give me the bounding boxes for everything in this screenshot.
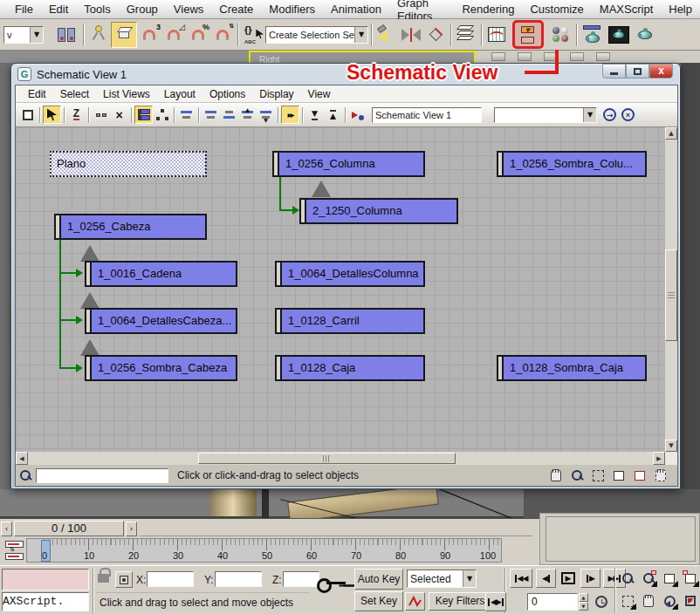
node-sombra-columna[interactable]: 1_0256_Sombra_Colu... [497, 151, 647, 177]
pan-icon[interactable] [639, 591, 658, 611]
menu-edit[interactable]: Edit [41, 3, 76, 16]
dropdown-arrow-icon[interactable]: ▼ [354, 27, 367, 43]
next-bookmark-icon[interactable]: → [600, 106, 619, 124]
zoom-extents-selected-icon[interactable] [632, 467, 648, 483]
menu-help[interactable]: Help [661, 3, 700, 16]
node-carril[interactable]: 1_0128_Carril [275, 308, 425, 334]
zoom-icon[interactable] [569, 467, 585, 483]
command-panel-tab[interactable] [491, 52, 505, 61]
collapse-selected-button[interactable]: ▼ [305, 106, 324, 124]
spinner-snap-icon[interactable]: ⇅ [210, 23, 235, 47]
menu-create[interactable]: Create [211, 3, 261, 16]
horizontal-scroll-thumb[interactable] [198, 453, 456, 464]
node-detalles-cabeza[interactable]: 1_0064_DetallesCabeza... [85, 308, 237, 334]
x-coordinate-field[interactable] [147, 571, 194, 587]
always-arrange-button[interactable] [177, 106, 196, 124]
flashlight-icon[interactable] [374, 23, 399, 47]
view-name-field[interactable]: Schematic View 1 [372, 107, 482, 123]
percent-snap-icon[interactable]: % [186, 23, 210, 47]
command-panel-tab[interactable] [518, 52, 532, 61]
scroll-left-button[interactable]: ◀ [16, 452, 28, 465]
hierarchy-mode-button[interactable] [134, 106, 153, 124]
node-detalles-columna[interactable]: 1_0064_DetallesColumna [275, 261, 425, 287]
maxscript-mini-listener-top[interactable] [2, 569, 89, 590]
auto-key-button[interactable]: Auto Key [354, 569, 403, 590]
frame-spinner[interactable]: ▲▼ [579, 593, 588, 611]
close-button[interactable]: x [649, 64, 673, 78]
node-cabeza[interactable]: 1_0256_Cabeza [54, 214, 207, 240]
render-setup-icon[interactable] [580, 23, 606, 47]
free-selected-button[interactable]: ▲ [238, 106, 257, 124]
sv-menu-select[interactable]: Select [53, 88, 96, 100]
node-2-1250-columna[interactable]: 2_1250_Columna [299, 198, 458, 224]
rendered-frame-icon[interactable] [606, 23, 632, 47]
vertical-scrollbar[interactable]: ▲ ▼ [665, 127, 677, 452]
menu-group[interactable]: Group [119, 3, 166, 16]
node-cadena[interactable]: 1_0016_Cadena [85, 261, 237, 287]
arrange-selected-button[interactable] [220, 106, 238, 124]
command-panel-tab[interactable] [596, 52, 610, 61]
preferences-button[interactable] [348, 106, 367, 124]
selection-lock-icon[interactable] [98, 574, 109, 583]
y-coordinate-field[interactable] [215, 571, 262, 587]
unlink-button[interactable] [92, 106, 110, 124]
select-and-link-icon[interactable] [86, 23, 111, 47]
delete-bookmark-icon[interactable]: × [619, 106, 637, 124]
sv-menu-view[interactable]: View [301, 88, 338, 100]
arrange-children-button[interactable] [202, 106, 220, 124]
find-icon[interactable] [19, 469, 32, 482]
go-to-start-button[interactable]: ◀◀ [510, 569, 532, 588]
key-mode-toggle[interactable]: ◀▶ [485, 592, 506, 611]
scroll-up-button[interactable]: ▲ [665, 127, 677, 140]
align-icon[interactable] [423, 23, 448, 47]
expand-triangle[interactable] [80, 245, 100, 262]
named-selection-sets-icon[interactable]: {} ABC [241, 23, 265, 47]
scroll-right-button[interactable]: ▶ [653, 452, 665, 465]
pan-zoom-icon[interactable] [653, 467, 669, 483]
set-key-button[interactable]: Set Key [354, 591, 403, 611]
zoom-extents-icon[interactable] [611, 467, 627, 483]
menu-customize[interactable]: Customize [522, 3, 591, 16]
dropdown-arrow-icon[interactable]: ▼ [583, 108, 596, 122]
schematic-view-icon[interactable]: ▼ [512, 20, 544, 49]
set-keys-button[interactable] [311, 568, 353, 599]
expand-triangle[interactable] [312, 181, 331, 197]
horizontal-scrollbar[interactable]: ◀ ▶ [16, 452, 665, 465]
absolute-mode-toggle[interactable] [115, 571, 133, 588]
zoom-all-icon[interactable] [639, 569, 658, 588]
material-editor-icon[interactable] [547, 23, 573, 47]
frame-number-field[interactable]: 0 [527, 593, 578, 611]
sv-menu-layout[interactable]: Layout [157, 88, 202, 100]
menu-file[interactable]: File [7, 3, 41, 16]
selection-set-keys-dropdown[interactable]: Selected ▼ [407, 570, 477, 588]
node-caja[interactable]: 1_0128_Caja [275, 355, 425, 381]
minimize-button[interactable] [602, 64, 626, 78]
panels-icon[interactable] [52, 23, 80, 47]
time-slider-next-arrow[interactable]: › [126, 522, 137, 536]
menu-animation[interactable]: Animation [323, 3, 389, 16]
mini-curve-editor-icon[interactable]: ⇅ [4, 540, 26, 562]
move-children-button[interactable]: ▸▸ [281, 106, 299, 124]
sv-menu-options[interactable]: Options [202, 88, 252, 100]
time-slider-prev-arrow[interactable]: ‹ [1, 522, 12, 536]
maximize-viewport-toggle[interactable] [681, 591, 700, 611]
quick-render-icon[interactable] [632, 23, 658, 47]
selection-filter-dropdown[interactable]: v ▼ [3, 26, 44, 44]
sv-menu-display[interactable]: Display [252, 88, 300, 100]
node-sombra-caja[interactable]: 1_0128_Sombra_Caja [497, 355, 647, 381]
time-slider-track[interactable] [140, 536, 532, 536]
pan-icon[interactable] [548, 467, 564, 483]
menu-maxscript[interactable]: MAXScript [592, 3, 661, 16]
region-zoom-icon[interactable] [618, 591, 637, 611]
zoom-icon[interactable] [618, 569, 637, 588]
menu-modifiers[interactable]: Modifiers [261, 3, 323, 16]
curve-editor-icon[interactable] [484, 23, 509, 47]
timeline-ruler[interactable]: 0 10 20 30 40 50 60 70 80 90 100 [26, 538, 502, 563]
angle-snap-icon[interactable]: ◿ [161, 23, 186, 47]
command-panel-tab[interactable] [570, 52, 584, 61]
time-configuration-button[interactable] [592, 592, 611, 611]
zoom-extents-icon[interactable] [660, 569, 679, 588]
region-zoom-icon[interactable] [590, 467, 606, 483]
scroll-down-button[interactable]: ▼ [665, 440, 677, 452]
schematic-canvas[interactable]: Plano 1_0256_Columna 1_0256_Sombra_Colu.… [16, 127, 665, 452]
